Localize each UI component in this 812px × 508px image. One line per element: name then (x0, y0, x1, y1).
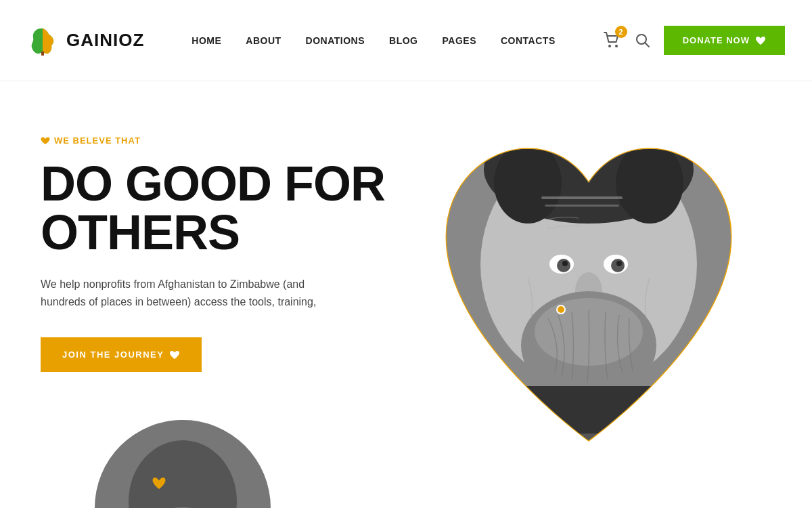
main-nav: HOME ABOUT DONATIONS BLOG PAGES CONTACTS (191, 35, 555, 46)
svg-point-16 (562, 261, 568, 266)
svg-point-9 (616, 142, 683, 224)
bottom-heart-svg (152, 477, 166, 490)
header-actions: 2 DONATE NOW (603, 26, 785, 55)
brand-name: GAINIOZ (66, 30, 144, 51)
heart-image-container (426, 129, 751, 467)
svg-point-8 (494, 142, 562, 224)
bottom-heart-icon (152, 477, 166, 493)
svg-point-1 (608, 45, 611, 47)
hero-content: WE BELEVE THAT DO GOOD FOR OTHERS We hel… (41, 122, 420, 372)
nav-donations[interactable]: DONATIONS (306, 35, 365, 46)
header: GAINIOZ HOME ABOUT DONATIONS BLOG PAGES … (0, 0, 812, 81)
svg-rect-0 (41, 51, 44, 56)
cart-count: 2 (615, 26, 627, 38)
search-icon (635, 33, 650, 48)
svg-rect-11 (545, 205, 619, 207)
join-label: JOIN THE JOURNEY (62, 350, 164, 360)
svg-rect-10 (541, 196, 623, 199)
hero-title-line2: OTHERS (41, 205, 240, 259)
heart-icon-small (755, 36, 766, 45)
cart-button[interactable]: 2 (603, 30, 622, 51)
nav-blog[interactable]: BLOG (389, 35, 418, 46)
hero-image-area (420, 122, 758, 467)
tag-line-text: WE BELEVE THAT (54, 135, 141, 146)
search-button[interactable] (635, 33, 650, 48)
svg-point-17 (616, 261, 622, 266)
logo-icon (27, 24, 60, 57)
join-button[interactable]: JOIN THE JOURNEY (41, 337, 202, 372)
nav-pages[interactable]: PAGES (443, 35, 476, 46)
heart-icon-cta (169, 350, 180, 360)
heart-photo (426, 129, 751, 467)
hero-title-line1: DO GOOD FOR (41, 156, 385, 211)
nav-contacts[interactable]: CONTACTS (501, 35, 556, 46)
nav-home[interactable]: HOME (191, 35, 221, 46)
nav-about[interactable]: ABOUT (246, 35, 281, 46)
logo[interactable]: GAINIOZ (27, 24, 144, 57)
hero-tagline: WE BELEVE THAT (41, 135, 420, 146)
heart-icon-tag (41, 137, 50, 145)
svg-point-2 (615, 45, 618, 47)
hero-section: WE BELEVE THAT DO GOOD FOR OTHERS We hel… (0, 81, 812, 508)
bottom-image (95, 420, 271, 508)
svg-line-4 (645, 43, 649, 47)
hero-title: DO GOOD FOR OTHERS (41, 159, 420, 257)
donate-label: DONATE NOW (683, 35, 750, 45)
bottom-peek-image (95, 420, 271, 508)
hero-description: We help nonprofits from Afghanistan to Z… (41, 276, 352, 310)
dot-indicator (556, 305, 566, 314)
donate-button[interactable]: DONATE NOW (664, 26, 785, 55)
